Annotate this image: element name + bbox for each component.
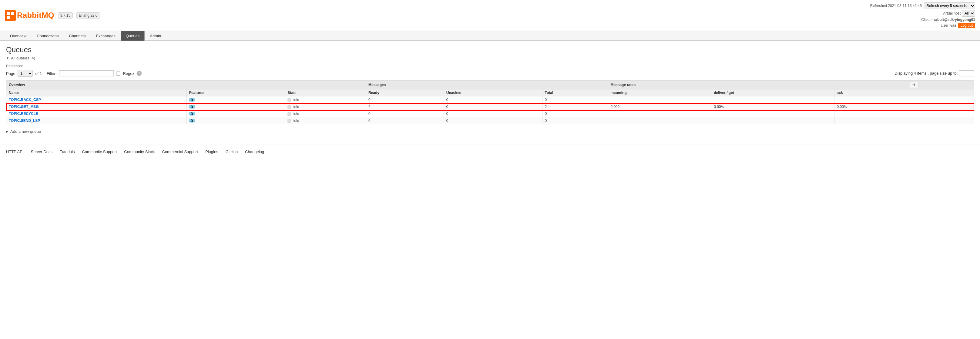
- svg-rect-0: [5, 10, 16, 21]
- footer-link-github[interactable]: GitHub: [226, 150, 238, 154]
- col-header-ack: ack: [834, 89, 907, 96]
- cell-ack: [834, 110, 907, 117]
- col-group-message-rates: Message rates: [608, 81, 907, 89]
- queues-table: Overview Messages Message rates +/- Name…: [6, 80, 974, 124]
- pagination-section: Pagination Page 1 of 1 - Filter: Regex ?…: [6, 64, 974, 77]
- footer-link-tutorials[interactable]: Tutorials: [60, 150, 75, 154]
- all-queues-header[interactable]: ▼ All queues (4): [6, 56, 974, 60]
- logo-icon: RabbitMQ: [5, 10, 54, 21]
- refreshed-text: Refreshed 2021-08-11 16:41:45: [870, 4, 922, 8]
- cell-ready: 2: [366, 103, 444, 110]
- vhost-label: Virtual host: [942, 11, 961, 16]
- state-text: idle: [294, 98, 299, 102]
- regex-label: Regex: [123, 71, 135, 76]
- table-row: TOPIC.BACK_CSP D idle 0 0 0: [6, 96, 974, 103]
- cell-deliver-get: 0.00/s: [711, 103, 834, 110]
- queue-name-link[interactable]: TOPIC.RECYCLE: [9, 111, 38, 116]
- page-select[interactable]: 1: [18, 70, 33, 77]
- cell-incoming: [608, 110, 711, 117]
- help-icon[interactable]: ?: [137, 71, 142, 76]
- cell-total: 2: [542, 103, 608, 110]
- footer-link-http-api[interactable]: HTTP API: [6, 150, 24, 154]
- col-header-deliver-get: deliver / get: [711, 89, 834, 96]
- header: RabbitMQ 3.7.15 Erlang 22.0 Refreshed 20…: [0, 0, 980, 31]
- col-header-incoming: incoming: [608, 89, 711, 96]
- erlang-badge: Erlang 22.0: [76, 13, 100, 19]
- footer-link-community-support[interactable]: Community Support: [82, 150, 117, 154]
- cell-empty: [907, 96, 974, 103]
- content: Queues ▼ All queues (4) Pagination Page …: [0, 41, 980, 145]
- logo-area: RabbitMQ 3.7.15 Erlang 22.0: [5, 10, 100, 21]
- plus-minus-button[interactable]: +/-: [910, 82, 918, 88]
- nav-item-admin[interactable]: Admin: [145, 31, 166, 41]
- cell-deliver-get: [711, 96, 834, 103]
- col-header-total: Total: [542, 89, 608, 96]
- cell-deliver-get: [711, 117, 834, 124]
- cell-ready: 0: [366, 117, 444, 124]
- cell-state: idle: [285, 103, 366, 110]
- cell-ready: 0: [366, 110, 444, 117]
- state-text: idle: [294, 111, 299, 116]
- add-queue-section[interactable]: ▶ Add a new queue: [6, 129, 974, 134]
- vhost-select[interactable]: All: [962, 10, 975, 17]
- nav: Overview Connections Channels Exchanges …: [0, 31, 980, 41]
- all-queues-label: All queues (4): [11, 56, 35, 60]
- feature-badge: D: [189, 119, 195, 123]
- regex-checkbox[interactable]: [116, 72, 120, 75]
- cell-total: 0: [542, 96, 608, 103]
- logout-button[interactable]: Log out: [958, 23, 975, 28]
- nav-item-exchanges[interactable]: Exchanges: [91, 31, 120, 41]
- cell-feature: D: [186, 110, 285, 117]
- footer-link-server-docs[interactable]: Server Docs: [31, 150, 53, 154]
- footer-link-changelog[interactable]: Changelog: [245, 150, 264, 154]
- header-right: Refreshed 2021-08-11 16:41:45 Refresh ev…: [870, 2, 975, 28]
- state-text: idle: [294, 119, 299, 123]
- refresh-select[interactable]: Refresh every 5 seconds Refresh every 10…: [924, 2, 975, 9]
- cell-incoming: 0.00/s: [608, 103, 711, 110]
- page-label: Page: [6, 71, 15, 76]
- footer: HTTP APIServer DocsTutorialsCommunity Su…: [0, 145, 980, 158]
- queue-name-link[interactable]: TOPIC.BACK_CSP: [9, 98, 41, 102]
- footer-link-community-slack[interactable]: Community Slack: [124, 150, 154, 154]
- col-group-overview: Overview: [6, 81, 366, 89]
- of-label: of 1: [35, 71, 42, 76]
- add-queue-arrow: ▶: [6, 130, 8, 133]
- nav-item-connections[interactable]: Connections: [32, 31, 64, 41]
- cell-empty: [907, 110, 974, 117]
- footer-link-plugins[interactable]: Plugins: [205, 150, 218, 154]
- nav-item-overview[interactable]: Overview: [5, 31, 32, 41]
- filter-label: - Filter:: [44, 71, 56, 76]
- user-row: User vas Log out: [870, 23, 975, 28]
- cluster-label: Cluster: [921, 18, 933, 22]
- footer-link-commercial-support[interactable]: Commercial Support: [162, 150, 198, 154]
- svg-rect-2: [11, 12, 14, 15]
- vhost-row: Virtual host All: [870, 10, 975, 17]
- cell-name: TOPIC.RECYCLE: [6, 110, 187, 117]
- page-title: Queues: [6, 46, 974, 54]
- table-row: TOPIC.GET_MSG D idle 2 0 2 0.00/s 0.00/s…: [6, 103, 974, 110]
- col-header-features: Features: [186, 89, 285, 96]
- display-info: Displaying 4 items , page size up to: 10…: [894, 70, 974, 76]
- filter-input[interactable]: [59, 70, 114, 76]
- cell-unacked: 0: [444, 117, 542, 124]
- nav-item-queues[interactable]: Queues: [121, 31, 145, 41]
- queue-name-link[interactable]: TOPIC.GET_MSG: [9, 105, 38, 109]
- collapse-icon: ▼: [6, 56, 9, 60]
- cell-feature: D: [186, 117, 285, 124]
- nav-item-channels[interactable]: Channels: [64, 31, 91, 41]
- state-indicator: [288, 112, 291, 116]
- page-size-input[interactable]: 100: [959, 70, 974, 76]
- user-label: User: [941, 23, 948, 28]
- col-header-unacked: Unacked: [444, 89, 542, 96]
- table-row: TOPIC.RECYCLE D idle 0 0 0: [6, 110, 974, 117]
- col-group-messages: Messages: [366, 81, 608, 89]
- cell-name: TOPIC.BACK_CSP: [6, 96, 187, 103]
- col-group-plus-minus: +/-: [907, 81, 974, 89]
- cluster-row: Cluster rabbit@sdk-yingyong01: [870, 18, 975, 22]
- version-badge: 3.7.15: [58, 13, 73, 19]
- col-header-state: State: [285, 89, 366, 96]
- cell-feature: D: [186, 96, 285, 103]
- feature-badge: D: [189, 112, 195, 116]
- queue-name-link[interactable]: TOPIC.SEND_LSP: [9, 119, 40, 123]
- pagination-label: Pagination: [6, 64, 974, 68]
